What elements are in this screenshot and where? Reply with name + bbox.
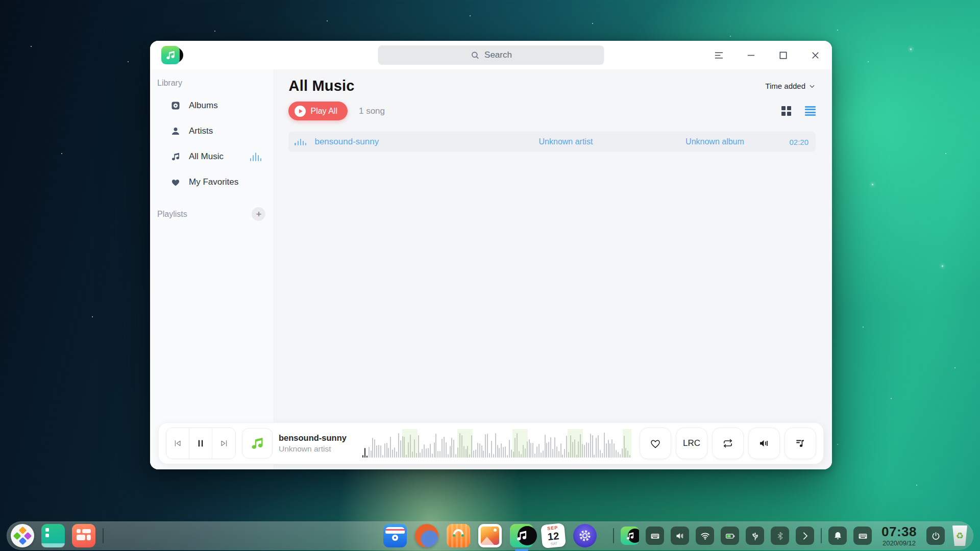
usb-icon[interactable]: [746, 527, 764, 545]
skip-next-icon: [219, 438, 229, 448]
calendar-weekday: SAT: [551, 541, 558, 545]
playlist-queue-button[interactable]: [785, 428, 816, 459]
dock-music-app-icon[interactable]: [510, 524, 533, 547]
minimize-icon[interactable]: [745, 49, 756, 61]
song-row[interactable]: bensound-sunny Unknown artist Unknown al…: [288, 132, 816, 152]
library-section-label: Library: [150, 79, 274, 88]
sort-dropdown[interactable]: Time added: [765, 82, 816, 90]
search-icon: [470, 51, 480, 60]
repeat-icon: [722, 437, 734, 449]
photos-icon[interactable]: [478, 524, 502, 547]
page-title: All Music: [288, 78, 354, 94]
previous-track-button[interactable]: [166, 428, 189, 459]
notification-bell-icon[interactable]: [828, 527, 847, 545]
play-all-label: Play All: [310, 107, 337, 116]
sidebar-item-label: Albums: [189, 101, 218, 111]
pause-button[interactable]: [189, 428, 212, 459]
taskbar: SEP 12 SAT: [7, 521, 973, 550]
music-note-icon: [170, 152, 181, 162]
player-actions: LRC: [640, 428, 816, 459]
plus-icon: +: [256, 209, 261, 219]
tray-expand-icon[interactable]: [796, 527, 814, 545]
transport-controls: [166, 428, 236, 459]
bluetooth-icon[interactable]: [771, 527, 789, 545]
titlebar: Search: [150, 41, 832, 69]
file-manager-icon[interactable]: [383, 524, 407, 547]
taskbar-left: [11, 521, 104, 550]
heart-icon: [170, 177, 181, 187]
pause-icon: [195, 438, 206, 448]
music-app-window: Search Library Albums: [150, 41, 832, 469]
window-controls: [713, 41, 821, 69]
add-playlist-button[interactable]: +: [252, 207, 265, 221]
calendar-icon[interactable]: SEP 12 SAT: [541, 523, 566, 548]
sidebar-item-label: Artists: [189, 126, 213, 136]
sidebar-item-albums[interactable]: Albums: [150, 93, 274, 118]
sidebar-item-artists[interactable]: Artists: [150, 118, 274, 144]
gear-icon: [577, 528, 593, 544]
playing-equalizer-icon: [295, 138, 306, 145]
trash-icon[interactable]: ♻: [951, 525, 968, 546]
playlist-icon: [794, 437, 806, 449]
maximize-icon[interactable]: [777, 49, 789, 61]
app-store-icon[interactable]: [447, 524, 470, 547]
play-icon: [295, 106, 306, 117]
sidebar: Library Albums Artists All Music: [150, 69, 274, 469]
launcher-icon[interactable]: [11, 524, 34, 547]
repeat-button[interactable]: [712, 428, 744, 459]
song-album: Unknown album: [640, 137, 789, 146]
taskbar-separator: [103, 528, 104, 543]
control-center-icon[interactable]: [573, 524, 597, 547]
favorite-button[interactable]: [640, 428, 671, 459]
now-playing-info: bensound-sunny Unknown artist: [279, 433, 354, 454]
running-app-indicator: [515, 549, 528, 551]
tray-music-icon[interactable]: [621, 527, 639, 545]
menu-icon[interactable]: [713, 49, 724, 61]
taskbar-right: 07:38 2020/09/12 ♻: [613, 521, 968, 550]
clock[interactable]: 07:38 2020/09/12: [881, 524, 917, 547]
now-playing-artist: Unknown artist: [279, 444, 354, 454]
main-content: All Music Time added Play All 1 song: [274, 69, 832, 469]
album-icon: [170, 101, 181, 111]
sidebar-item-my-favorites[interactable]: My Favorites: [150, 169, 274, 195]
skip-previous-icon: [173, 438, 183, 448]
now-playing-equalizer-icon: [250, 152, 262, 161]
song-count: 1 song: [359, 106, 385, 116]
wifi-icon[interactable]: [696, 527, 714, 545]
heart-outline-icon: [649, 437, 662, 449]
song-duration: 02:20: [789, 138, 808, 146]
music-note-icon: [250, 436, 265, 451]
lrc-label: LRC: [683, 438, 700, 448]
waveform-seekbar[interactable]: [362, 429, 631, 458]
chevron-down-icon: [808, 83, 816, 90]
battery-icon[interactable]: [721, 527, 739, 545]
close-icon[interactable]: [810, 49, 821, 61]
shutdown-icon[interactable]: [926, 527, 945, 545]
tray-volume-icon[interactable]: [671, 527, 689, 545]
lyrics-button[interactable]: LRC: [676, 428, 707, 459]
list-view-icon[interactable]: [805, 106, 816, 116]
dock-apps: SEP 12 SAT: [383, 521, 597, 550]
song-title: bensound-sunny: [314, 137, 491, 147]
music-app-icon: [161, 46, 180, 64]
album-art-thumbnail[interactable]: [242, 428, 273, 459]
onscreen-keyboard-icon[interactable]: [853, 527, 872, 545]
firefox-icon[interactable]: [415, 524, 438, 547]
search-placeholder: Search: [484, 50, 512, 60]
terminal-icon[interactable]: [41, 524, 65, 547]
speaker-icon: [758, 437, 770, 449]
grid-view-icon[interactable]: [781, 106, 791, 116]
taskbar-separator: [613, 528, 614, 543]
volume-button[interactable]: [748, 428, 780, 459]
play-all-button[interactable]: Play All: [288, 102, 347, 120]
now-playing-title: bensound-sunny: [279, 433, 354, 443]
playlists-section-label: Playlists: [157, 210, 187, 219]
recycle-glyph: ♻: [956, 531, 964, 541]
sidebar-item-all-music[interactable]: All Music: [150, 144, 274, 169]
search-input[interactable]: Search: [378, 45, 604, 65]
multitasking-view-icon[interactable]: [72, 524, 95, 547]
next-track-button[interactable]: [212, 428, 235, 459]
input-method-keyboard-icon[interactable]: [646, 527, 664, 545]
app-logo: [161, 46, 180, 64]
calendar-day: 12: [547, 531, 559, 542]
